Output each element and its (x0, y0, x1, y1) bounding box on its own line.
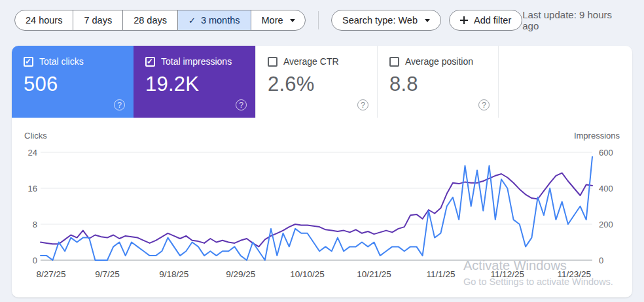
chevron-down-icon (290, 19, 295, 22)
metric-label: Average CTR (283, 56, 339, 67)
metric-label: Average position (405, 56, 473, 67)
svg-text:11/12/25: 11/12/25 (491, 269, 525, 279)
svg-text:11/23/25: 11/23/25 (557, 269, 591, 279)
help-icon[interactable] (114, 99, 125, 110)
metric-value: 19.2K (145, 73, 245, 96)
metric-value: 506 (24, 73, 123, 96)
search-type-label: Search type: Web (342, 15, 418, 25)
date-range-3-months[interactable]: ✓ 3 months (177, 10, 251, 30)
svg-text:8: 8 (33, 220, 37, 229)
total-clicks-checkbox[interactable] (24, 57, 33, 67)
filter-bar: ✓ 24 hours ✓ 7 days ✓ 28 days ✓ 3 months… (0, 0, 644, 31)
total-impressions-checkbox[interactable] (145, 57, 155, 67)
svg-text:9/29/25: 9/29/25 (226, 269, 255, 279)
svg-text:9/7/25: 9/7/25 (95, 269, 120, 279)
metric-value: 8.8 (389, 73, 488, 96)
svg-text:11/1/25: 11/1/25 (426, 269, 455, 279)
toolbar-divider (318, 11, 319, 29)
svg-text:Impressions: Impressions (574, 131, 620, 141)
svg-text:10/21/25: 10/21/25 (357, 269, 391, 279)
date-range-more-button[interactable]: More (251, 10, 306, 30)
svg-text:10/10/25: 10/10/25 (290, 269, 325, 279)
svg-text:600: 600 (599, 148, 613, 158)
performance-card: Total clicks 506 Total impressions 19.2K… (12, 46, 632, 297)
help-icon[interactable] (478, 99, 490, 110)
add-filter-button[interactable]: Add filter (449, 10, 522, 31)
metric-tile[interactable]: Average CTR 2.6% (255, 46, 377, 118)
metric-value: 2.6% (268, 73, 367, 96)
svg-text:0: 0 (33, 256, 37, 265)
metric-tile[interactable]: Total impressions 19.2K (134, 46, 255, 118)
date-range-24-hours[interactable]: ✓ 24 hours (15, 10, 73, 30)
metric-tiles: Total clicks 506 Total impressions 19.2K… (12, 46, 632, 118)
add-filter-label: Add filter (474, 15, 511, 25)
date-range-selector: ✓ 24 hours ✓ 7 days ✓ 28 days ✓ 3 months… (14, 10, 306, 31)
metric-label: Total impressions (161, 56, 232, 67)
metric-tile[interactable]: Average position 8.8 (377, 46, 499, 118)
help-icon[interactable] (236, 99, 247, 110)
svg-text:400: 400 (599, 184, 613, 193)
last-update-text: Last update: 9 hours ago (522, 9, 631, 31)
date-range-28-days[interactable]: ✓ 28 days (122, 10, 177, 30)
search-type-dropdown[interactable]: Search type: Web (331, 10, 441, 31)
chevron-down-icon (425, 19, 430, 22)
svg-text:0: 0 (599, 256, 603, 265)
metric-tile[interactable]: Total clicks 506 (12, 46, 134, 118)
average-position-checkbox[interactable] (389, 57, 399, 67)
help-icon[interactable] (357, 99, 368, 110)
performance-chart-svg[interactable]: 0816240200400600ClicksImpressions8/27/25… (12, 127, 632, 291)
performance-chart[interactable]: 0816240200400600ClicksImpressions8/27/25… (12, 127, 632, 291)
svg-text:200: 200 (599, 220, 613, 229)
svg-text:8/27/25: 8/27/25 (36, 269, 65, 279)
date-range-7-days[interactable]: ✓ 7 days (73, 10, 122, 30)
svg-text:24: 24 (28, 148, 37, 158)
date-range-label: 28 days (134, 15, 167, 25)
average-ctr-checkbox[interactable] (268, 57, 277, 67)
svg-text:Clicks: Clicks (24, 131, 47, 141)
svg-text:16: 16 (28, 184, 37, 193)
plus-icon (460, 16, 468, 24)
date-range-label: 7 days (84, 15, 112, 25)
svg-text:9/18/25: 9/18/25 (159, 269, 188, 279)
metric-label: Total clicks (39, 56, 84, 67)
check-icon: ✓ (188, 16, 196, 25)
date-range-label: 3 months (201, 15, 240, 25)
date-range-label: 24 hours (26, 15, 62, 25)
more-label: More (262, 15, 283, 25)
